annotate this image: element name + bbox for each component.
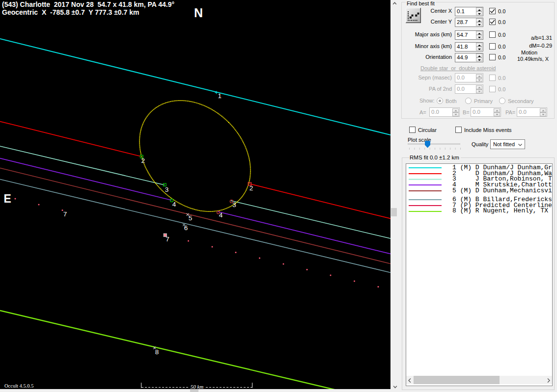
svg-text:1: 1 [218,92,222,100]
svg-text:Occult 4.5.0.5: Occult 4.5.0.5 [4,383,34,389]
svg-text:N: N [194,6,203,20]
svg-text:7: 7 [63,210,67,218]
svg-text:3: 3 [165,186,169,193]
svg-text:4: 4 [219,211,223,219]
svg-text:8: 8 [155,348,159,356]
svg-text:4: 4 [172,201,176,208]
svg-text:5: 5 [189,214,193,222]
svg-text:E: E [4,192,11,205]
svg-text:Geocentric X -785.8 ±0.7 Y: Geocentric X -785.8 ±0.7 Y 777.3 ±0.7 km [2,8,139,16]
svg-text:(543) Charlotte 2017 Nov 28: (543) Charlotte 2017 Nov 28 54.7 x 41.8 … [2,0,174,8]
svg-text:2: 2 [141,157,145,164]
svg-text:7: 7 [166,235,169,243]
svg-text:6: 6 [184,224,188,232]
svg-text:50 km: 50 km [191,384,204,390]
svg-text:2: 2 [250,184,253,192]
svg-text:3: 3 [232,201,236,209]
